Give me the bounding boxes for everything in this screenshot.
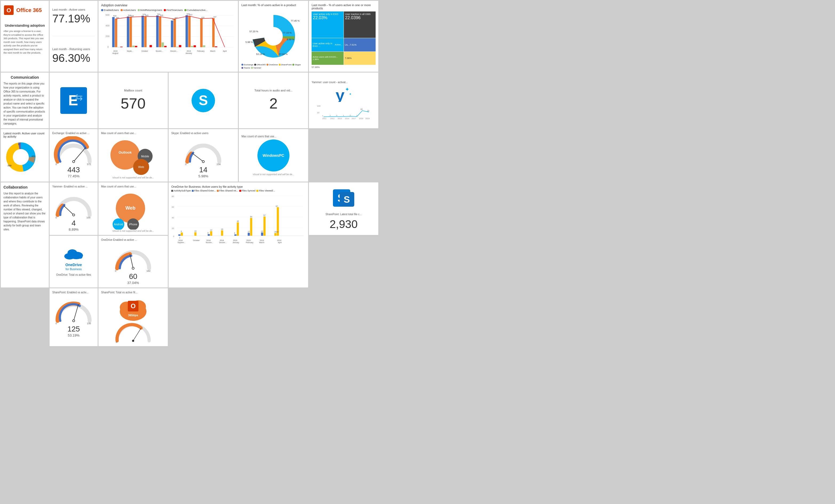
active-users-value: 77.19% — [52, 12, 95, 25]
communication-text: The reports on this page show you how yo… — [3, 82, 46, 126]
svg-rect-46 — [215, 46, 218, 47]
sharepoint-pct: 53.19% — [68, 333, 80, 337]
skype-gauge-svg: 0 234 — [182, 136, 225, 166]
yammer-max-svg: Web Android iPhone — [104, 190, 162, 230]
onedrive-pct: 37.04% — [127, 281, 139, 285]
pie-legend: Exchange Office365 OneDrive SharePoint S… — [241, 63, 305, 69]
sharepoint-bar-title: SharePoint: Total vs active fil... — [101, 291, 137, 294]
adoption-legend: EnabledUsers ActiveUsers MoMReturningUse… — [101, 9, 235, 12]
yammer-active-value: 4 — [72, 219, 76, 228]
svg-point-63 — [264, 27, 283, 46]
svg-text:October: October — [141, 50, 148, 52]
o365tips-logo: O 365tips — [117, 295, 149, 322]
svg-text:2019: 2019 — [187, 50, 191, 52]
audio-title: Total hours in audio and vid... — [254, 89, 292, 92]
exchange-max-note: Visual is not supported and will be de..… — [112, 176, 154, 179]
svg-text:Septe...: Septe... — [127, 50, 133, 52]
svg-text:80: 80 — [172, 195, 174, 197]
svg-rect-148 — [181, 233, 183, 236]
yammer-gauge-card: Yammer- Enabled vs active ... 0 100 4 8.… — [49, 183, 98, 235]
returning-users-section: Last month - Returning users 96.30% — [52, 47, 95, 65]
svg-text:421: 421 — [32, 155, 36, 158]
svg-text:0: 0 — [115, 270, 116, 272]
svg-text:2019: 2019 — [233, 239, 238, 241]
svg-text:2018: 2018 — [359, 118, 363, 120]
svg-text:2013: 2013 — [338, 118, 342, 120]
skype-active-value: 14 — [199, 166, 207, 174]
sharepoint-gauge-card: SharePoint: Enabled vs activ... 0 235 12… — [49, 288, 98, 346]
audio-value: 2 — [269, 94, 278, 112]
legend-cumulative: CumulativeActive... — [184, 9, 207, 12]
svg-text:447: 447 — [175, 17, 178, 19]
exchange-max-svg: Outlook Mobile Web — [104, 136, 162, 176]
svg-point-103 — [73, 161, 75, 162]
logo-card: O Office 365 Understanding adoption Afte… — [1, 1, 49, 72]
svg-point-114 — [203, 161, 204, 162]
audio-video-card: Total hours in audio and vid... 2 — [239, 72, 308, 128]
svg-text:2019: 2019 — [260, 239, 264, 241]
yammer-max-title: Max count of users that use... — [101, 185, 136, 188]
sharepoint-bar-card: SharePoint: Total vs active fil... O 365… — [98, 288, 168, 346]
svg-text:53.19 %: 53.19 % — [256, 53, 265, 56]
svg-text:8.89 %: 8.89 % — [287, 38, 294, 41]
svg-rect-166 — [235, 234, 237, 236]
understanding-title: Understanding adoption — [3, 23, 46, 27]
o365-logo-icon: O — [3, 5, 14, 16]
metrics-card: Last month - Active users 77.19% Last mo… — [49, 1, 98, 72]
skype-max-title: Max count of users that use... — [241, 135, 277, 138]
svg-rect-173 — [250, 218, 252, 236]
svg-text:Web: Web — [138, 165, 144, 169]
onedrive-active-value: 60 — [129, 272, 137, 281]
returning-users-value: 96.30% — [52, 52, 95, 65]
yammer-gauge-title: Yammer- Enabled vs active ... — [52, 185, 88, 188]
legend-mom: MoMReturningUsers — [138, 9, 162, 12]
svg-rect-36 — [186, 15, 188, 47]
svg-text:2018: 2018 — [220, 239, 224, 241]
activity-title: Latest month: Active user count by activ… — [3, 132, 46, 138]
skype-logo-card: S — [169, 72, 238, 128]
svg-text:2019: 2019 — [365, 118, 370, 120]
svg-text:1: 1 — [343, 115, 344, 116]
svg-rect-16 — [127, 17, 129, 47]
svg-text:447: 447 — [213, 16, 217, 18]
svg-line-101 — [74, 147, 86, 162]
exchange-active-value: 443 — [67, 166, 80, 174]
svg-rect-43 — [203, 45, 205, 47]
yammer-pct: 8.89% — [69, 228, 79, 231]
svg-rect-37 — [188, 16, 191, 47]
svg-rect-21 — [142, 16, 144, 47]
svg-text:March: March — [259, 241, 265, 244]
svg-text:Web: Web — [125, 205, 136, 211]
skype-gauge-card: Skype: Enabled vs active users 0 234 14 … — [169, 129, 238, 182]
skype-max-card: Max count of users that use... WindowsPC… — [239, 129, 308, 182]
svg-line-205 — [133, 328, 141, 341]
exchange-gauge-card: Exchange: Enabled vs active ... 0 572 44… — [49, 129, 98, 182]
svg-text:2011: 2011 — [322, 118, 327, 120]
svg-text:235: 235 — [87, 322, 91, 325]
svg-text:January: January — [232, 241, 239, 244]
svg-text:16: 16 — [221, 228, 223, 230]
svg-rect-131 — [65, 255, 82, 259]
svg-text:234: 234 — [217, 163, 221, 166]
svg-text:100: 100 — [86, 216, 90, 219]
onedrive-cloud-icon — [63, 247, 84, 260]
adoption-overview-card: Adoption overview EnabledUsers ActiveUse… — [98, 1, 238, 72]
legend-active: ActiveUsers — [121, 9, 136, 12]
svg-text:0: 0 — [56, 322, 57, 325]
svg-text:5: 5 — [337, 115, 338, 116]
collaboration-title: Collaboration — [3, 185, 46, 189]
svg-text:1: 1 — [330, 115, 331, 116]
svg-text:y: y — [335, 86, 345, 102]
svg-text:40: 40 — [172, 216, 174, 219]
svg-text:2: 2 — [179, 237, 180, 239]
svg-text:200: 200 — [106, 35, 110, 38]
svg-text:Novem...: Novem... — [206, 241, 213, 244]
svg-text:O: O — [6, 7, 11, 14]
svg-text:2018: 2018 — [179, 239, 183, 241]
svg-text:405: 405 — [172, 18, 175, 20]
pie-chart-card: Last month: % of users active in a produ… — [239, 1, 308, 72]
svg-text:416: 416 — [201, 17, 205, 18]
yammer-gauge-svg: 0 100 — [52, 190, 95, 219]
yammer-chart: 100 10 24 13 2011 2012 2013 2014 2017 20… — [311, 104, 375, 120]
svg-point-134 — [132, 268, 134, 269]
